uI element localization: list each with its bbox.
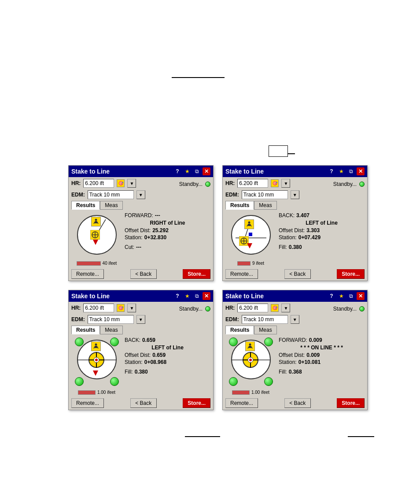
hr-input-2[interactable]: 6.200 ift — [237, 179, 268, 188]
star-icon-3[interactable]: ★ — [183, 292, 191, 300]
result-row-3c: Station: 0+08.968 — [125, 359, 210, 365]
result-row-1d: Cut: --- — [125, 244, 210, 250]
result-row-4c: Station: 0+10.081 — [279, 359, 365, 365]
remote-btn-1[interactable]: Remote... — [71, 269, 104, 279]
help-icon-1[interactable]: ? — [173, 167, 181, 175]
hr-icon-2[interactable]: 🎯 — [271, 179, 279, 187]
hr-icon-4[interactable]: 🎯 — [271, 304, 279, 312]
back-btn-1[interactable]: < Back — [130, 269, 157, 279]
top-controls-1: HR: 6.200 ift 🎯 ▼ Standby... — [71, 179, 210, 189]
titlebar-4: Stake to Line ? ★ ⧉ ✕ — [223, 290, 367, 302]
result-center-2: LEFT of Line — [279, 220, 365, 226]
standby-row-4: Standby... — [333, 306, 365, 312]
remote-btn-4[interactable]: Remote... — [225, 398, 258, 408]
close-icon-3[interactable]: ✕ — [203, 292, 210, 300]
rv-4a: 0.009 — [309, 337, 322, 343]
store-btn-2[interactable]: Store... — [337, 269, 365, 279]
hr-input-1[interactable]: 6.200 ift — [83, 179, 114, 188]
star-icon-2[interactable]: ★ — [337, 167, 345, 175]
back-btn-4[interactable]: < Back — [284, 398, 311, 408]
hr-dropdown-1[interactable]: ▼ — [127, 179, 136, 188]
tab-results-4[interactable]: Results — [225, 326, 254, 334]
edm-select-4[interactable]: Track 10 mm — [242, 315, 288, 324]
store-btn-1[interactable]: Store... — [183, 269, 210, 279]
copy-icon-4[interactable]: ⧉ — [347, 292, 355, 300]
tab-meas-4[interactable]: Meas — [254, 326, 276, 334]
svg-line-35 — [251, 347, 252, 348]
svg-rect-1 — [95, 221, 97, 223]
store-btn-4[interactable]: Store... — [337, 398, 365, 408]
help-icon-2[interactable]: ? — [328, 167, 335, 175]
edm-dropdown-btn-1[interactable]: ▼ — [136, 190, 145, 199]
tab-results-3[interactable]: Results — [71, 326, 100, 334]
copy-icon-3[interactable]: ⧉ — [193, 292, 201, 300]
titlebar-3: Stake to Line ? ★ ⧉ ✕ — [69, 290, 213, 302]
copy-icon-2[interactable]: ⧉ — [347, 167, 355, 175]
scale-bar-area-3: 1.00 ifeet — [78, 390, 115, 395]
edm-label-3: EDM: — [71, 316, 85, 322]
edm-dropdown-btn-3[interactable]: ▼ — [136, 315, 145, 324]
tab-meas-3[interactable]: Meas — [100, 326, 122, 334]
edm-dropdown-btn-2[interactable]: ▼ — [291, 190, 299, 199]
result-row-2b: Offset Dist: 3.303 — [279, 227, 365, 233]
rl-3c: Station: — [125, 359, 143, 365]
hr-dropdown-3[interactable]: ▼ — [127, 304, 136, 312]
title-3: Stake to Line — [71, 293, 110, 300]
edm-dropdown-btn-4[interactable]: ▼ — [291, 315, 299, 324]
rv-3a: 0.659 — [142, 337, 155, 343]
hr-dropdown-4[interactable]: ▼ — [281, 304, 290, 312]
star-icon-4[interactable]: ★ — [337, 292, 345, 300]
edm-select-1[interactable]: Track 10 mm — [88, 190, 134, 199]
hr-icon-1[interactable]: 🎯 — [117, 179, 125, 187]
rl-4d: Fill: — [279, 369, 287, 375]
result-row-2c: Station: 0+07.429 — [279, 234, 365, 241]
close-icon-1[interactable]: ✕ — [203, 167, 210, 175]
edm-select-3[interactable]: Track 10 mm — [88, 315, 134, 324]
back-btn-3[interactable]: < Back — [130, 398, 157, 408]
rl-4a: FORWARD: — [279, 337, 307, 343]
svg-marker-30 — [93, 371, 98, 376]
svg-line-34 — [248, 347, 249, 348]
results-panel-4: FORWARD: 0.009 * * * ON LINE * * * Offse… — [279, 335, 365, 395]
green-dot-2 — [359, 182, 365, 187]
remote-btn-3[interactable]: Remote... — [71, 398, 104, 408]
edm-select-2[interactable]: Track 10 mm — [242, 190, 288, 199]
dialog-top-right: Stake to Line ? ★ ⧉ ✕ HR: 6.200 ift 🎯 ▼ — [222, 165, 368, 281]
help-icon-4[interactable]: ? — [328, 292, 335, 300]
tab-meas-2[interactable]: Meas — [254, 201, 276, 210]
tab-meas-1[interactable]: Meas — [100, 201, 122, 210]
svg-rect-11 — [248, 224, 251, 226]
arrow-3 — [92, 368, 99, 377]
tab-results-2[interactable]: Results — [225, 201, 254, 210]
close-icon-2[interactable]: ✕ — [357, 167, 365, 175]
svg-point-40 — [249, 359, 252, 361]
tab-results-1[interactable]: Results — [71, 201, 100, 210]
hr-icon-3[interactable]: 🎯 — [117, 304, 125, 312]
copy-icon-1[interactable]: ⧉ — [193, 167, 201, 175]
back-btn-2[interactable]: < Back — [284, 269, 311, 279]
star-icon-1[interactable]: ★ — [183, 167, 191, 175]
page-container: Stake to Line ? ★ ⧉ ✕ HR: 6.200 ift 🎯 ▼ — [0, 0, 420, 504]
standby-text-1: Standby... — [179, 181, 203, 187]
svg-line-23 — [94, 347, 95, 348]
hr-input-3[interactable]: 6.200 ift — [83, 304, 114, 312]
standby-text-2: Standby... — [333, 181, 357, 187]
person-icon-4 — [245, 341, 255, 351]
store-btn-3[interactable]: Store... — [183, 398, 210, 408]
standby-text-3: Standby... — [179, 306, 203, 312]
rv-3d: 0.380 — [135, 369, 148, 375]
person-icon-2 — [244, 219, 254, 229]
rl-2b: Offset Dist: — [279, 227, 305, 233]
remote-btn-2[interactable]: Remote... — [225, 269, 258, 279]
results-panel-3: BACK: 0.659 LEFT of Line Offset Dist: 0.… — [125, 335, 210, 395]
scale-bar-2 — [237, 261, 251, 266]
close-icon-4[interactable]: ✕ — [357, 292, 365, 300]
svg-line-2 — [94, 222, 95, 224]
hr-dropdown-2[interactable]: ▼ — [281, 179, 290, 188]
help-icon-3[interactable]: ? — [173, 292, 181, 300]
body-4: HR: 6.200 ift 🎯 ▼ Standby... EDM: Track … — [223, 302, 367, 397]
hr-input-4[interactable]: 6.200 ift — [237, 304, 268, 312]
hr-label-4: HR: — [225, 305, 235, 311]
svg-marker-9 — [93, 240, 98, 245]
rv-1b: 25.292 — [152, 227, 169, 233]
